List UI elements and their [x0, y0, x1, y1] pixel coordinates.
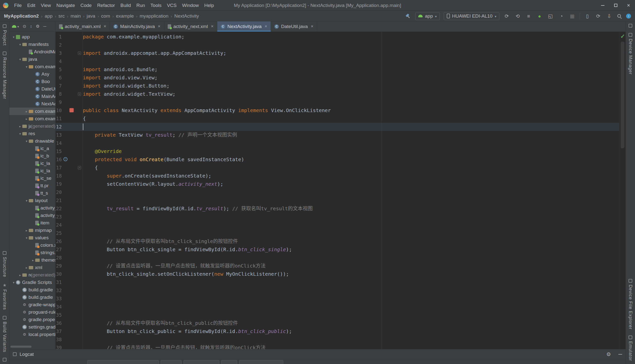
toolwindow-switcher-icon[interactable] [3, 358, 7, 362]
chevron-down-icon[interactable]: ▾ [18, 58, 22, 61]
tree-item[interactable]: ▸xml [10, 264, 55, 271]
tool-button-build-variants[interactable]: Build Variants [2, 313, 7, 355]
chevron-down-icon[interactable]: ▾ [24, 236, 29, 240]
tree-item[interactable]: Asy [10, 70, 55, 78]
code-line[interactable] [83, 311, 619, 319]
code-line[interactable]: btn_click_single.setOnClickListener(new … [83, 270, 619, 278]
logcat-search-field[interactable] [239, 360, 283, 364]
tree-item[interactable]: ▾drawable [10, 137, 55, 145]
line-number[interactable]: 35 [56, 311, 83, 319]
menu-build[interactable]: Build [118, 0, 134, 11]
code-line[interactable]: protected void onCreate(Bundle savedInst… [83, 156, 619, 164]
tool-button-project[interactable]: Project [2, 21, 7, 48]
close-tab-icon[interactable]: × [211, 24, 214, 29]
notifications-icon[interactable] [628, 24, 632, 28]
code-line[interactable]: // 设置点击监听器，一旦用户点击按钮，就触发监听器的onClick方法 [83, 344, 619, 349]
tree-item[interactable]: proguard-rules.pro [10, 308, 55, 316]
line-number[interactable]: 21 [56, 196, 83, 204]
code-line[interactable] [83, 294, 619, 303]
code-line[interactable]: package com.example.myapplication; [83, 33, 619, 41]
code-line[interactable] [83, 188, 619, 196]
code-editor[interactable]: 1234567891011121314151617181920212223242… [56, 32, 625, 349]
profiler-icon[interactable]: ◔ [558, 13, 565, 20]
line-number[interactable]: 16 [56, 156, 83, 164]
tree-item[interactable]: MainActivity [10, 93, 55, 100]
run-tasks-icon[interactable]: ≡ [525, 13, 532, 20]
inspection-scrollbar-stripe[interactable]: ✓ [619, 32, 625, 349]
chevron-right-icon[interactable]: ▸ [24, 228, 29, 232]
tree-item[interactable]: ▸com.example.myapplication [10, 108, 55, 115]
breadcrumb-item[interactable]: app [39, 14, 52, 19]
code-line[interactable]: @Override [83, 147, 619, 156]
line-number[interactable]: 2 [56, 41, 83, 49]
line-number[interactable]: 12 [56, 123, 83, 131]
code-line[interactable]: import android.widget.TextView; [83, 90, 619, 98]
code-line[interactable] [83, 303, 619, 311]
tree-item[interactable]: Boo [10, 78, 55, 85]
code-area[interactable]: package com.example.myapplication;import… [83, 32, 619, 349]
breadcrumb-item[interactable]: main [65, 14, 81, 19]
menu-help[interactable]: Help [202, 0, 217, 11]
chevron-right-icon[interactable]: ▸ [18, 124, 22, 128]
project-view-selector[interactable] [12, 24, 19, 29]
overrides-method-marker-icon[interactable]: ↑ [64, 157, 68, 161]
chevron-right-icon[interactable]: ▸ [31, 258, 35, 262]
breadcrumb-item[interactable]: example [110, 14, 134, 19]
editor-gutter[interactable]: 1234567891011121314151617181920212223242… [56, 32, 83, 349]
line-number[interactable]: 1 [56, 33, 83, 41]
code-line[interactable] [83, 229, 619, 237]
tree-item[interactable]: ▾layout [10, 197, 55, 204]
code-line[interactable]: // 从布局文件中获取名叫btn_click_public的按钮控件 [83, 319, 619, 327]
code-line[interactable] [83, 286, 619, 294]
logcat-process-dropdown[interactable] [161, 360, 182, 364]
line-number[interactable]: 14 [56, 139, 83, 147]
line-number[interactable]: 15 [56, 147, 83, 156]
line-number[interactable]: 29 [56, 262, 83, 270]
tree-item[interactable]: gradle.properties [10, 316, 55, 323]
code-line[interactable] [83, 278, 619, 286]
tree-item[interactable]: gradle-wrapper.properties [10, 301, 55, 308]
line-number[interactable]: 11 [56, 114, 83, 123]
stop-icon[interactable]: ▦ [569, 13, 576, 20]
line-number[interactable]: 18 [56, 172, 83, 180]
tree-item[interactable]: ic_a [10, 145, 55, 152]
search-everywhere-icon[interactable] [617, 14, 622, 19]
line-number[interactable]: 13 [56, 131, 83, 139]
line-number[interactable]: 25 [56, 229, 83, 237]
line-number[interactable]: 34 [56, 303, 83, 311]
editor-tab[interactable]: NextActivity.java× [217, 21, 271, 32]
chevron-down-icon[interactable]: ▾ [12, 281, 16, 284]
tree-item[interactable]: colors.xml [10, 242, 55, 249]
editor-tab[interactable]: MainActivity.java× [110, 21, 164, 32]
code-line[interactable]: tv_result = findViewById(R.id.tv_result)… [83, 204, 619, 213]
breadcrumb-item[interactable]: NextActivity [168, 14, 199, 19]
tree-item[interactable]: ▸java (generated) [10, 122, 55, 130]
line-number[interactable]: 33 [56, 294, 83, 303]
tree-item[interactable]: tt_s [10, 190, 55, 197]
tool-button-favorites[interactable]: ★Favorites [2, 280, 7, 313]
hide-panel-icon[interactable]: ─ [44, 23, 46, 30]
code-line[interactable] [83, 139, 619, 147]
line-number[interactable]: 7 [56, 82, 83, 90]
breadcrumb-item[interactable]: myapplication [134, 14, 168, 19]
code-line[interactable] [83, 336, 619, 344]
line-number[interactable]: 20 [56, 188, 83, 196]
tree-item[interactable]: ▾res [10, 130, 55, 137]
menu-edit[interactable]: Edit [25, 0, 38, 11]
code-line[interactable] [83, 213, 619, 221]
menu-code[interactable]: Code [78, 0, 94, 11]
menu-vcs[interactable]: VCS [164, 0, 179, 11]
tool-button-resource-manager[interactable]: Resource Manager [2, 48, 7, 102]
line-number[interactable]: 28 [56, 254, 83, 262]
settings-icon[interactable]: ⚙ [36, 23, 40, 30]
tree-item[interactable]: ic_la [10, 167, 55, 174]
tree-item[interactable]: settings.gradle [10, 323, 55, 331]
chevron-down-icon[interactable]: ▾ [24, 199, 29, 202]
expand-collapse-icon[interactable]: ↕ [30, 23, 32, 30]
code-line[interactable]: // 从布局文件中获取名叫btn_click_single的按钮控件 [83, 237, 619, 246]
ide-update-icon[interactable]: ↑ [626, 14, 631, 18]
tree-item[interactable]: strings.xml [10, 249, 55, 256]
breadcrumb-item[interactable]: java [81, 14, 96, 19]
line-number[interactable]: 37 [56, 327, 83, 336]
debug-icon[interactable]: ● [536, 13, 543, 20]
